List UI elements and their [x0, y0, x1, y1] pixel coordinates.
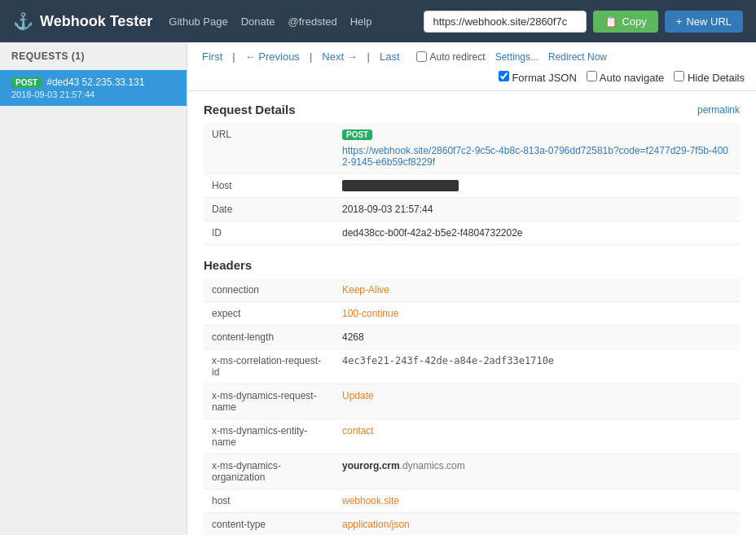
first-link[interactable]: First — [199, 49, 226, 64]
header-key: host — [204, 489, 334, 513]
toolbar-options: Auto redirect Settings... Redirect Now — [416, 51, 607, 63]
header-value: yourorg.crm.dynamics.com — [334, 454, 740, 489]
header-value: webhook.site — [334, 489, 740, 513]
hide-details-checkbox[interactable] — [674, 71, 684, 81]
header-value: 4ec3fe21-243f-42de-a84e-2adf33e1710e — [334, 349, 740, 384]
headers-title: Headers — [204, 258, 740, 272]
table-row: ID ded438cc-b00f-42a2-b5e2-f4804732202e — [204, 221, 740, 245]
format-json-label[interactable]: Format JSON — [499, 71, 577, 84]
nav-help[interactable]: Help — [350, 15, 372, 28]
toolbar: First | ← Previous | Next → | Last Auto … — [187, 42, 756, 91]
hide-details-label[interactable]: Hide Details — [674, 71, 745, 84]
auto-redirect-label[interactable]: Auto redirect — [416, 51, 486, 63]
redirect-now-link[interactable]: Redirect Now — [548, 51, 607, 63]
request-item[interactable]: POST #ded43 52.235.33.131 2018-09-03 21:… — [0, 70, 187, 106]
header-key: expect — [204, 302, 334, 326]
sidebar-title: REQUESTS (1) — [0, 42, 187, 70]
field-key: ID — [204, 221, 334, 245]
header-key: content-length — [204, 326, 334, 349]
header-value: Keep-Alive — [334, 278, 740, 302]
table-row: Host — [204, 174, 740, 198]
field-key: Date — [204, 198, 334, 221]
new-url-label: New URL — [686, 15, 732, 28]
new-url-button[interactable]: + New URL — [665, 11, 743, 33]
auto-navigate-checkbox[interactable] — [587, 71, 597, 81]
format-json-checkbox[interactable] — [499, 71, 509, 81]
request-time: 2018-09-03 21:57:44 — [11, 90, 175, 99]
header-value: Update — [334, 384, 740, 419]
table-row: connection Keep-Alive — [204, 278, 740, 302]
header-key: x-ms-dynamics-request-name — [204, 384, 334, 419]
app-header: ⚓ Webhook Tester Github Page Donate @fre… — [0, 0, 756, 42]
table-row: x-ms-dynamics-organization yourorg.crm.d… — [204, 454, 740, 489]
header-value: application/json — [334, 513, 740, 536]
headers-table: connection Keep-Alive expect 100-continu… — [204, 278, 740, 535]
field-key: URL — [204, 123, 334, 174]
main-content: First | ← Previous | Next → | Last Auto … — [187, 42, 756, 535]
permalink-link[interactable]: permalink — [697, 104, 740, 116]
header-nav: Github Page Donate @fredsted Help — [169, 15, 407, 28]
copy-icon: 📋 — [604, 15, 618, 28]
header-key: content-type — [204, 513, 334, 536]
field-value — [334, 174, 740, 198]
request-id: #ded43 52.235.33.131 — [46, 77, 144, 88]
headers-section: Headers connection Keep-Alive expect 100… — [204, 258, 740, 535]
header-key: connection — [204, 278, 334, 302]
auto-redirect-checkbox[interactable] — [416, 51, 427, 62]
plus-icon: + — [676, 15, 683, 28]
table-row: host webhook.site — [204, 489, 740, 513]
request-details-header: Request Details permalink — [204, 103, 740, 116]
toolbar-sep-2: | — [310, 50, 312, 63]
field-value: POST https://webhook.site/2860f7c2-9c5c-… — [334, 123, 740, 174]
table-row: expect 100-continue — [204, 302, 740, 326]
table-row: x-ms-dynamics-request-name Update — [204, 384, 740, 419]
crm-org-light: .dynamics.com — [400, 460, 465, 471]
header-right: 📋 Copy + New URL — [424, 11, 743, 33]
app-layout: REQUESTS (1) POST #ded43 52.235.33.131 2… — [0, 42, 756, 535]
header-key: x-ms-correlation-request-id — [204, 349, 334, 384]
pagination-nav: First | ← Previous | Next → | Last — [199, 49, 403, 64]
copy-button[interactable]: 📋 Copy — [593, 11, 657, 33]
table-row: x-ms-correlation-request-id 4ec3fe21-243… — [204, 349, 740, 384]
settings-link[interactable]: Settings... — [495, 51, 538, 63]
request-details-table: URL POST https://webhook.site/2860f7c2-9… — [204, 123, 740, 245]
crm-org-value: yourorg.crm.dynamics.com — [342, 460, 465, 471]
field-key: Host — [204, 174, 334, 198]
url-link[interactable]: https://webhook.site/2860f7c2-9c5c-4b8c-… — [342, 145, 732, 168]
table-row: Date 2018-09-03 21:57:44 — [204, 198, 740, 221]
nav-fredsted[interactable]: @fredsted — [288, 15, 337, 28]
copy-label: Copy — [622, 15, 646, 28]
host-value-blurred — [342, 180, 459, 191]
method-badge: POST — [11, 77, 42, 88]
field-value: 2018-09-03 21:57:44 — [334, 198, 740, 221]
table-row: content-length 4268 — [204, 326, 740, 349]
webhook-url-input[interactable] — [424, 11, 587, 33]
anchor-icon: ⚓ — [13, 11, 33, 31]
url-method-badge: POST — [342, 129, 372, 140]
sidebar: REQUESTS (1) POST #ded43 52.235.33.131 2… — [0, 42, 187, 535]
content-area: Request Details permalink URL POST https… — [187, 91, 756, 535]
prev-link[interactable]: ← Previous — [242, 49, 303, 64]
table-row: x-ms-dynamics-entity-name contact — [204, 419, 740, 454]
last-link[interactable]: Last — [376, 49, 403, 64]
header-key: x-ms-dynamics-organization — [204, 454, 334, 489]
toolbar-sep-3: | — [367, 50, 370, 63]
header-key: x-ms-dynamics-entity-name — [204, 419, 334, 454]
auto-navigate-label[interactable]: Auto navigate — [587, 71, 664, 84]
toolbar-right: Format JSON Auto navigate Hide Details — [499, 71, 745, 84]
app-logo: ⚓ Webhook Tester — [13, 11, 152, 31]
nav-donate[interactable]: Donate — [241, 15, 275, 28]
table-row: content-type application/json — [204, 513, 740, 536]
toolbar-sep-1: | — [232, 50, 235, 63]
request-details-title: Request Details — [204, 103, 296, 116]
crm-org-bold: yourorg.crm — [342, 460, 400, 471]
header-value: 100-continue — [334, 302, 740, 326]
request-item-top: POST #ded43 52.235.33.131 — [11, 77, 175, 88]
header-value: contact — [334, 419, 740, 454]
url-cell: POST https://webhook.site/2860f7c2-9c5c-… — [342, 129, 732, 168]
next-link[interactable]: Next → — [319, 49, 360, 64]
nav-github[interactable]: Github Page — [169, 15, 227, 28]
app-title: Webhook Tester — [40, 13, 152, 30]
header-value: 4268 — [334, 326, 740, 349]
table-row: URL POST https://webhook.site/2860f7c2-9… — [204, 123, 740, 174]
